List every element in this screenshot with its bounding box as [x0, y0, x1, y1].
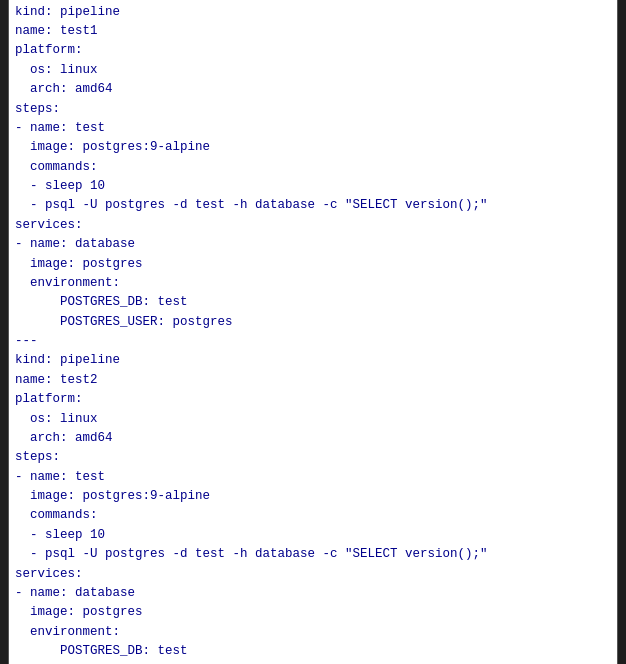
code-line: os: linux	[15, 410, 611, 429]
code-line: services:	[15, 216, 611, 235]
code-line: - sleep 10	[15, 177, 611, 196]
code-line: - name: database	[15, 584, 611, 603]
code-line: name: test1	[15, 22, 611, 41]
code-line: - name: database	[15, 235, 611, 254]
code-line: commands:	[15, 506, 611, 525]
code-line: image: postgres:9-alpine	[15, 487, 611, 506]
code-line: arch: amd64	[15, 80, 611, 99]
code-line: steps:	[15, 448, 611, 467]
code-line: name: test2	[15, 371, 611, 390]
code-line: kind: pipeline	[15, 351, 611, 370]
code-line: - psql -U postgres -d test -h database -…	[15, 196, 611, 215]
code-line: platform:	[15, 41, 611, 60]
code-line: platform:	[15, 390, 611, 409]
code-line: image: postgres:9-alpine	[15, 138, 611, 157]
code-line: - name: test	[15, 468, 611, 487]
code-line: image: postgres	[15, 603, 611, 622]
code-line: kind: pipeline	[15, 3, 611, 22]
code-line: services:	[15, 565, 611, 584]
code-line: ---	[15, 332, 611, 351]
code-line: POSTGRES_DB: test	[15, 642, 611, 661]
code-line: steps:	[15, 100, 611, 119]
code-line: commands:	[15, 158, 611, 177]
code-line: environment:	[15, 274, 611, 293]
code-line: environment:	[15, 623, 611, 642]
code-line: - name: test	[15, 119, 611, 138]
code-line: POSTGRES_DB: test	[15, 293, 611, 312]
code-block: ---kind: pipelinename: test1platform: os…	[15, 0, 611, 664]
code-container: ---kind: pipelinename: test1platform: os…	[8, 0, 618, 664]
code-line: - psql -U postgres -d test -h database -…	[15, 545, 611, 564]
code-line: arch: amd64	[15, 429, 611, 448]
code-line: POSTGRES_USER: postgres	[15, 313, 611, 332]
code-line: - sleep 10	[15, 526, 611, 545]
code-line: os: linux	[15, 61, 611, 80]
code-line: image: postgres	[15, 255, 611, 274]
